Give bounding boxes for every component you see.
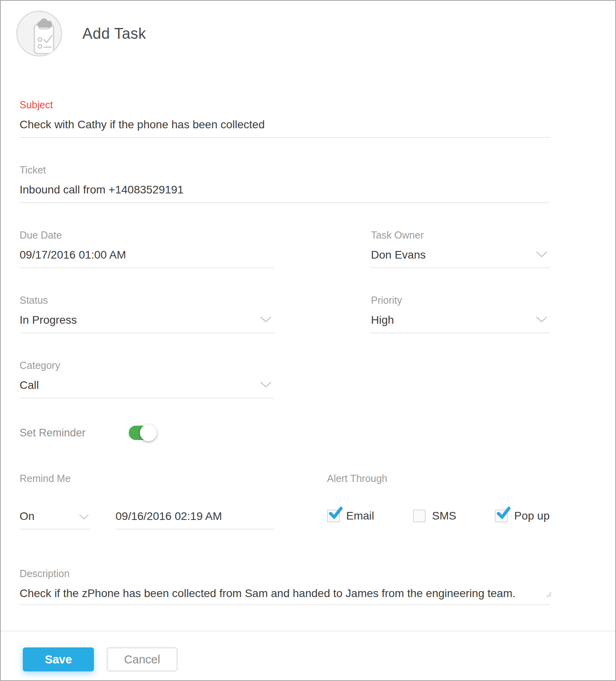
- task-clipboard-icon: [15, 10, 63, 58]
- category-label: Category: [20, 359, 274, 371]
- set-reminder-label: Set Reminder: [20, 427, 86, 439]
- task-owner-select[interactable]: Don Evans: [371, 248, 550, 268]
- set-reminder-toggle[interactable]: [129, 426, 154, 440]
- due-date-label: Due Date: [20, 229, 274, 241]
- ticket-input[interactable]: Inbound call from +14083529191: [20, 183, 550, 203]
- subject-input[interactable]: Check with Cathy if the phone has been c…: [20, 118, 550, 138]
- checkbox-sms[interactable]: SMS: [413, 510, 457, 522]
- remind-mode-field: On: [20, 510, 90, 530]
- set-reminder-row: Set Reminder: [20, 424, 550, 442]
- priority-select[interactable]: High: [371, 313, 550, 333]
- ticket-label: Ticket: [20, 164, 550, 176]
- checkbox-box: [413, 510, 426, 522]
- checkbox-popup[interactable]: Pop up: [495, 510, 550, 522]
- checkbox-box: [495, 510, 508, 522]
- remind-me-label: Remind Me: [20, 472, 274, 484]
- task-owner-label: Task Owner: [371, 229, 550, 241]
- checkbox-label: Email: [346, 510, 374, 522]
- status-label: Status: [20, 294, 274, 306]
- reminder-section: Remind Me On 09/16/2016 02:19 AM Alert T…: [20, 472, 550, 530]
- checkbox-label: SMS: [432, 510, 457, 522]
- description-label: Description: [20, 568, 550, 579]
- toggle-knob: [140, 424, 157, 441]
- description-field: Description Check if the zPhone has been…: [20, 568, 550, 605]
- add-task-form: Subject Check with Cathy if the phone ha…: [1, 99, 615, 605]
- remind-mode-select[interactable]: On: [20, 510, 90, 530]
- page-title: Add Task: [82, 25, 146, 42]
- due-date-input[interactable]: 09/17/2016 01:00 AM: [20, 248, 274, 268]
- status-select[interactable]: In Progress: [20, 313, 274, 333]
- task-owner-field: Task Owner Don Evans: [371, 229, 550, 268]
- due-date-field: Due Date 09/17/2016 01:00 AM: [20, 229, 274, 268]
- subject-field: Subject Check with Cathy if the phone ha…: [20, 99, 550, 138]
- check-icon: [496, 506, 511, 522]
- priority-field: Priority High: [371, 294, 550, 333]
- status-field: Status In Progress: [20, 294, 274, 333]
- subject-label: Subject: [20, 99, 550, 111]
- priority-label: Priority: [371, 294, 550, 306]
- category-field: Category Call: [20, 359, 274, 398]
- remind-datetime-input[interactable]: 09/16/2016 02:19 AM: [116, 510, 274, 530]
- cancel-button[interactable]: Cancel: [107, 647, 177, 671]
- checkbox-box: [327, 510, 340, 522]
- checkbox-email[interactable]: Email: [327, 510, 374, 522]
- resize-grip-icon[interactable]: [545, 591, 552, 599]
- save-button[interactable]: Save: [23, 647, 94, 671]
- alert-through-label: Alert Through: [327, 472, 550, 484]
- panel-header: Add Task: [1, 1, 615, 58]
- category-select[interactable]: Call: [20, 378, 274, 398]
- ticket-field: Ticket Inbound call from +14083529191: [20, 164, 550, 203]
- description-textarea[interactable]: Check if the zPhone has been collected f…: [20, 587, 550, 605]
- checkbox-label: Pop up: [514, 510, 550, 522]
- check-icon: [328, 506, 343, 522]
- remind-datetime-field: 09/16/2016 02:19 AM: [116, 510, 274, 530]
- form-footer: Save Cancel: [1, 631, 615, 680]
